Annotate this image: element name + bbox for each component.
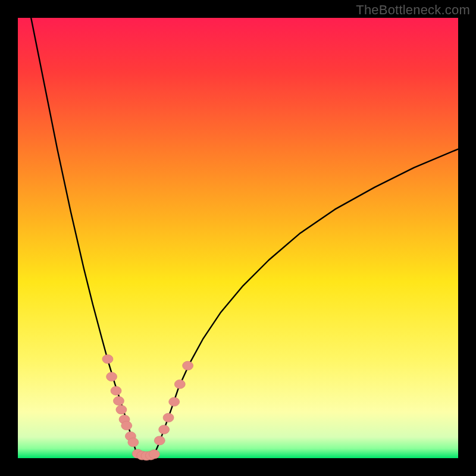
chart-container: TheBottleneck.com	[0, 0, 476, 476]
marker-dot	[183, 361, 193, 370]
marker-dot	[113, 396, 124, 405]
marker-dot	[163, 413, 174, 422]
marker-dot	[169, 397, 180, 406]
marker-dot	[102, 355, 113, 364]
plot-background	[18, 18, 458, 458]
marker-dot	[111, 386, 121, 395]
marker-dot	[128, 438, 139, 447]
watermark-label: TheBottleneck.com	[356, 2, 470, 18]
marker-dot	[116, 405, 127, 414]
marker-dot	[121, 421, 132, 430]
marker-dot	[107, 372, 117, 381]
marker-dot	[159, 425, 170, 434]
marker-dot	[154, 436, 165, 445]
marker-dot	[174, 380, 185, 389]
marker-dot	[149, 450, 159, 459]
bottleneck-chart	[0, 0, 476, 476]
